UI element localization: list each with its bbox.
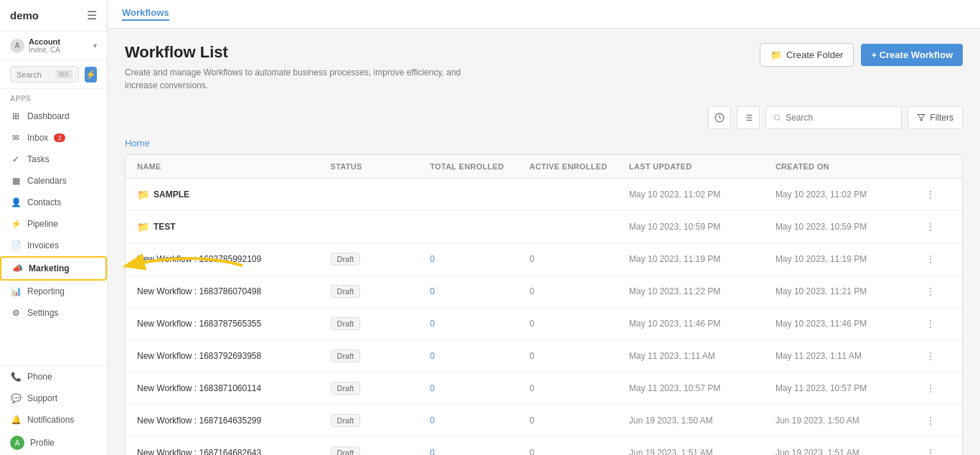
create-folder-button[interactable]: 📁 Create Folder bbox=[760, 43, 854, 67]
cell-name: New Workflow : 1687164635299 bbox=[137, 416, 325, 426]
table-row[interactable]: 📁SAMPLE May 10 2023, 11:02 PM May 10 202… bbox=[126, 179, 962, 211]
cell-total-enrolled: 0 bbox=[430, 448, 524, 455]
clock-view-button[interactable] bbox=[708, 106, 731, 129]
cell-more[interactable]: ⋮ bbox=[922, 218, 951, 235]
total-enrolled: 0 bbox=[430, 286, 435, 296]
row-name: New Workflow : 1683787565355 bbox=[137, 319, 261, 329]
more-options-button[interactable]: ⋮ bbox=[922, 412, 939, 429]
row-name: TEST bbox=[154, 222, 176, 232]
account-location: Irvine, CA bbox=[29, 46, 89, 54]
cell-created-on: May 11 2023, 10:57 PM bbox=[776, 383, 916, 393]
sidebar-item-label: Pipeline bbox=[27, 219, 58, 229]
menu-toggle-icon[interactable]: ☰ bbox=[87, 9, 97, 22]
more-options-button[interactable]: ⋮ bbox=[922, 380, 939, 397]
cell-last-updated: May 10 2023, 10:59 PM bbox=[629, 222, 770, 232]
cell-more[interactable]: ⋮ bbox=[922, 250, 951, 268]
active-enrolled: 0 bbox=[529, 448, 534, 455]
table-header: Name Status Total Enrolled Active Enroll… bbox=[126, 155, 962, 179]
sidebar-item-inbox[interactable]: ✉ Inbox 2 bbox=[0, 127, 107, 149]
sidebar-item-support[interactable]: 💬 Support bbox=[0, 388, 107, 409]
more-options-button[interactable]: ⋮ bbox=[922, 283, 939, 300]
sidebar-item-settings[interactable]: ⚙ Settings bbox=[0, 302, 107, 324]
sidebar-item-profile[interactable]: A Profile bbox=[0, 431, 107, 455]
top-nav: Workflows bbox=[108, 0, 980, 29]
sidebar-item-dashboard[interactable]: ⊞ Dashboard bbox=[0, 105, 107, 127]
sidebar-search-area: Search ⌘K ⚡ bbox=[0, 60, 107, 89]
search-input[interactable] bbox=[786, 113, 894, 123]
account-avatar: A bbox=[10, 39, 24, 53]
sidebar-item-pipeline[interactable]: ⚡ Pipeline bbox=[0, 213, 107, 235]
cell-created-on: May 10 2023, 10:59 PM bbox=[776, 222, 916, 232]
list-view-button[interactable] bbox=[737, 106, 760, 129]
settings-icon: ⚙ bbox=[10, 307, 22, 319]
col-total-enrolled: Total Enrolled bbox=[430, 162, 524, 171]
sidebar-item-marketing[interactable]: 📣 Marketing bbox=[0, 256, 107, 281]
folder-icon: 📁 bbox=[137, 189, 149, 200]
cell-more[interactable]: ⋮ bbox=[922, 186, 951, 203]
more-options-button[interactable]: ⋮ bbox=[922, 315, 939, 332]
more-options-button[interactable]: ⋮ bbox=[922, 218, 939, 235]
more-options-button[interactable]: ⋮ bbox=[922, 186, 939, 203]
table-row[interactable]: New Workflow : 1683786070498 Draft 0 0 M… bbox=[126, 276, 962, 308]
sidebar-item-reporting[interactable]: 📊 Reporting bbox=[0, 281, 107, 302]
reporting-icon: 📊 bbox=[10, 286, 22, 297]
flash-icon[interactable]: ⚡ bbox=[85, 67, 97, 83]
cell-total-enrolled: 0 bbox=[430, 351, 524, 361]
sidebar-item-label: Settings bbox=[27, 308, 58, 318]
sidebar-item-label: Phone bbox=[27, 372, 52, 382]
page-title-section: Workflow List Create and manage Workflow… bbox=[125, 43, 484, 92]
cell-more[interactable]: ⋮ bbox=[922, 283, 951, 300]
notifications-icon: 🔔 bbox=[10, 414, 22, 426]
table-row[interactable]: New Workflow : 1683787565355 Draft 0 0 M… bbox=[126, 308, 962, 340]
table-row[interactable]: New Workflow : 1683871060114 Draft 0 0 M… bbox=[126, 372, 962, 405]
sidebar-item-tasks[interactable]: ✓ Tasks bbox=[0, 149, 107, 170]
cell-total-enrolled: 0 bbox=[430, 286, 524, 296]
cell-last-updated: May 11 2023, 10:57 PM bbox=[629, 383, 770, 393]
content-area: Workflow List Create and manage Workflow… bbox=[108, 29, 980, 455]
sidebar-item-label: Notifications bbox=[27, 415, 74, 425]
search-button[interactable]: Search ⌘K bbox=[10, 66, 79, 83]
table-row[interactable]: New Workflow : 1683792693958 Draft 0 0 M… bbox=[126, 340, 962, 372]
sidebar-item-contacts[interactable]: 👤 Contacts bbox=[0, 192, 107, 213]
table-row[interactable]: New Workflow : 1687164682643 Draft 0 0 J… bbox=[126, 437, 962, 455]
cell-more[interactable]: ⋮ bbox=[922, 380, 951, 397]
cell-status: Draft bbox=[331, 285, 425, 298]
sidebar-item-label: Calendars bbox=[27, 176, 67, 186]
table-row[interactable]: 📁TEST May 10 2023, 10:59 PM May 10 2023,… bbox=[126, 211, 962, 243]
cell-active-enrolled: 0 bbox=[529, 351, 623, 361]
more-options-button[interactable]: ⋮ bbox=[922, 444, 939, 455]
cell-last-updated: May 10 2023, 11:22 PM bbox=[629, 286, 770, 296]
marketing-icon: 📣 bbox=[11, 263, 23, 274]
row-name: New Workflow : 1683785992109 bbox=[137, 254, 261, 264]
cell-name: New Workflow : 1683787565355 bbox=[137, 319, 325, 329]
more-options-button[interactable]: ⋮ bbox=[922, 347, 939, 365]
sidebar-item-calendars[interactable]: ▦ Calendars bbox=[0, 170, 107, 192]
sidebar-item-invoices[interactable]: 📄 Invoices bbox=[0, 235, 107, 256]
nav-breadcrumb[interactable]: Workflows bbox=[122, 7, 169, 21]
search-box[interactable] bbox=[765, 106, 902, 129]
cell-more[interactable]: ⋮ bbox=[922, 412, 951, 429]
table-row[interactable]: New Workflow : 1683785992109 Draft 0 0 M… bbox=[126, 243, 962, 276]
cell-more[interactable]: ⋮ bbox=[922, 347, 951, 365]
path-breadcrumb[interactable]: Home bbox=[125, 138, 963, 149]
cell-more[interactable]: ⋮ bbox=[922, 315, 951, 332]
cell-total-enrolled: 0 bbox=[430, 416, 524, 426]
sidebar-item-phone[interactable]: 📞 Phone bbox=[0, 366, 107, 388]
cell-active-enrolled: 0 bbox=[529, 416, 623, 426]
active-enrolled: 0 bbox=[529, 319, 534, 329]
table-row[interactable]: New Workflow : 1687164635299 Draft 0 0 J… bbox=[126, 405, 962, 437]
create-workflow-button[interactable]: + Create Workflow bbox=[861, 44, 963, 66]
col-actions bbox=[922, 162, 951, 171]
sidebar-item-notifications[interactable]: 🔔 Notifications bbox=[0, 409, 107, 431]
search-icon bbox=[773, 113, 781, 122]
more-options-button[interactable]: ⋮ bbox=[922, 250, 939, 268]
active-enrolled: 0 bbox=[529, 254, 534, 264]
svg-point-7 bbox=[775, 115, 780, 120]
sidebar-item-label: Profile bbox=[30, 438, 55, 448]
cell-more[interactable]: ⋮ bbox=[922, 444, 951, 455]
cell-created-on: May 10 2023, 11:02 PM bbox=[776, 189, 916, 200]
cell-active-enrolled: 0 bbox=[529, 286, 623, 296]
filters-button[interactable]: Filters bbox=[908, 106, 963, 129]
account-switcher[interactable]: A Account Irvine, CA ▾ bbox=[0, 32, 107, 60]
cell-last-updated: May 10 2023, 11:19 PM bbox=[629, 254, 770, 264]
